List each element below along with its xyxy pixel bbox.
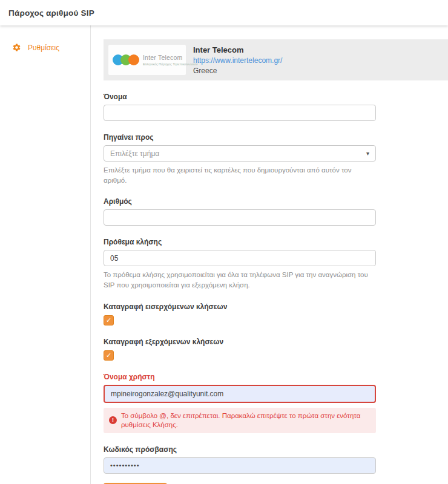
main-layout: Ρυθμίσεις Inter Telecom Ελληνικός Πάροχο… — [0, 25, 448, 484]
record-incoming-label: Καταγραφή εισερχόμενων κλήσεων — [104, 302, 376, 311]
dial-prefix-help-text: Το πρόθεμα κλήσης χρησιμοποιείται για όλ… — [104, 270, 376, 290]
password-label: Κωδικός πρόσβασης — [104, 445, 376, 454]
error-exclamation-icon: ! — [109, 416, 117, 424]
username-group: Όνομα χρήστη ! Το σύμβολο @, δεν επιτρέπ… — [104, 373, 376, 433]
username-input[interactable] — [104, 385, 376, 403]
provider-url-link[interactable]: https://www.intertelecom.gr/ — [193, 56, 282, 65]
provider-card: Inter Telecom Ελληνικός Πάροχος Τηλεπικο… — [104, 39, 448, 80]
check-icon: ✓ — [106, 316, 111, 324]
chevron-down-icon: ▾ — [366, 151, 369, 157]
name-input[interactable] — [104, 105, 376, 121]
provider-country: Greece — [193, 67, 282, 75]
password-input[interactable] — [104, 457, 376, 474]
page-title: Πάροχος αριθμού SIP — [8, 8, 94, 18]
number-group: Αριθμός — [104, 197, 376, 226]
provider-info: Inter Telecom https://www.intertelecom.g… — [193, 45, 282, 75]
provider-logo: Inter Telecom Ελληνικός Πάροχος Τηλεπικο… — [108, 45, 186, 75]
name-label: Όνομα — [104, 93, 376, 101]
content-area: Inter Telecom Ελληνικός Πάροχος Τηλεπικο… — [91, 25, 448, 484]
record-incoming-group: Καταγραφή εισερχόμενων κλήσεων ✓ — [104, 302, 376, 325]
record-outgoing-label: Καταγραφή εξερχόμενων κλήσεων — [104, 338, 376, 346]
dial-prefix-label: Πρόθεμα κλήσης — [104, 238, 376, 246]
sip-provider-form: Όνομα Πηγαίνει προς Επιλέξτε τμήμα ▾ Επι… — [104, 93, 376, 484]
username-error-text: Το σύμβολο @, δεν επιτρέπεται. Παρακαλώ … — [121, 411, 371, 430]
department-select-placeholder: Επιλέξτε τμήμα — [110, 149, 159, 158]
sidebar-item-label: Ρυθμίσεις — [28, 44, 59, 52]
logo-text: Inter Telecom Ελληνικός Πάροχος Τηλεπικο… — [143, 54, 197, 66]
logo-tagline: Ελληνικός Πάροχος Τηλεπικοινωνιών — [143, 62, 197, 66]
password-group: Κωδικός πρόσβασης — [104, 445, 376, 474]
dial-prefix-group: Πρόθεμα κλήσης Το πρόθεμα κλήσης χρησιμο… — [104, 238, 376, 290]
number-input[interactable] — [104, 209, 376, 226]
department-select[interactable]: Επιλέξτε τμήμα ▾ — [104, 145, 376, 162]
record-outgoing-group: Καταγραφή εξερχόμενων κλήσεων ✓ — [104, 338, 376, 361]
dial-prefix-input[interactable] — [104, 250, 376, 266]
logo-circles-icon — [113, 54, 139, 65]
sidebar-item-settings[interactable]: Ρυθμίσεις — [0, 43, 90, 52]
sidebar: Ρυθμίσεις — [0, 25, 91, 484]
name-group: Όνομα — [104, 93, 376, 121]
username-label: Όνομα χρήστη — [104, 373, 376, 381]
username-error-banner: ! Το σύμβολο @, δεν επιτρέπεται. Παρακαλ… — [104, 408, 376, 433]
check-icon: ✓ — [106, 352, 111, 359]
record-outgoing-checkbox[interactable]: ✓ — [104, 350, 114, 361]
record-incoming-checkbox[interactable]: ✓ — [104, 315, 114, 325]
number-label: Αριθμός — [104, 197, 376, 206]
route-to-help-text: Επιλέξτε τμήμα που θα χειριστεί τις καρτ… — [104, 165, 376, 185]
provider-name: Inter Telecom — [193, 45, 282, 54]
route-to-group: Πηγαίνει προς Επιλέξτε τμήμα ▾ Επιλέξτε … — [104, 133, 376, 185]
logo-brand-name: Inter Telecom — [143, 54, 197, 61]
page-header: Πάροχος αριθμού SIP — [0, 0, 448, 25]
route-to-label: Πηγαίνει προς — [104, 133, 376, 142]
logo-circle-orange — [128, 54, 139, 65]
gear-icon — [12, 43, 21, 52]
